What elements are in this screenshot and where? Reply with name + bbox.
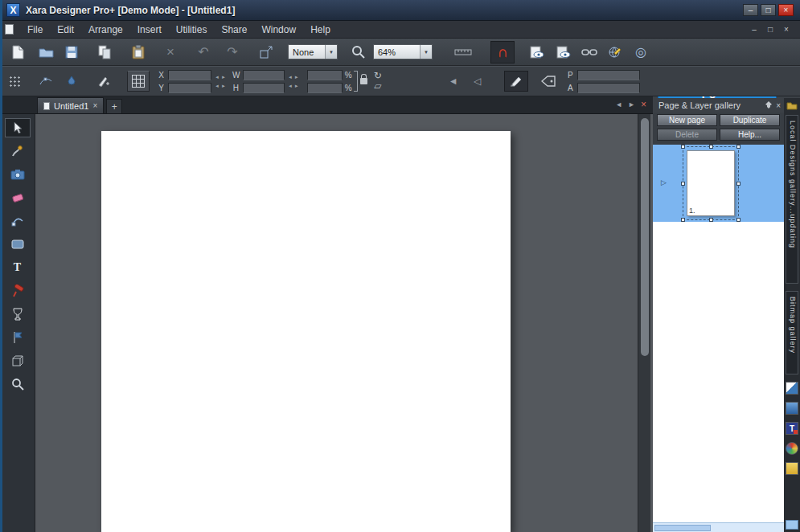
- pen-add-button[interactable]: [96, 75, 109, 88]
- local-designs-gallery-tab[interactable]: Local Designs gallery...updating: [786, 115, 798, 284]
- erase-tool-button[interactable]: [5, 188, 31, 207]
- help-button[interactable]: Help...: [720, 129, 780, 141]
- rectangle-tool-button[interactable]: [5, 235, 31, 254]
- delete-page-button[interactable]: Delete: [657, 129, 717, 141]
- width-input[interactable]: [243, 70, 285, 80]
- freehand-tool-button[interactable]: [5, 141, 31, 161]
- p-input[interactable]: [577, 70, 640, 80]
- nudge-right-icon[interactable]: ►: [221, 84, 228, 88]
- bitmap-gallery-tab[interactable]: Bitmap gallery: [786, 291, 798, 374]
- page-list-item[interactable]: ▷ 1.: [653, 145, 784, 222]
- undo-button[interactable]: ↶: [194, 43, 213, 62]
- vertical-scrollbar[interactable]: [638, 114, 650, 532]
- lock-aspect-icon[interactable]: [360, 78, 367, 84]
- new-tab-button[interactable]: +: [106, 99, 122, 113]
- minimize-button[interactable]: –: [743, 4, 758, 16]
- copy-button[interactable]: [95, 43, 114, 62]
- fill-gallery-icon[interactable]: [786, 402, 798, 415]
- flip-vertical-button[interactable]: ◁: [469, 73, 486, 89]
- document-page[interactable]: [101, 131, 511, 532]
- delete-button[interactable]: ×: [161, 43, 180, 62]
- names-tag-button[interactable]: [539, 72, 557, 90]
- fill-tool-button[interactable]: [5, 281, 31, 301]
- gallery-hscroll-thumb[interactable]: [654, 525, 711, 531]
- position-nudge[interactable]: ◄► ◄►: [215, 75, 228, 88]
- menu-arrange[interactable]: Arrange: [81, 23, 130, 37]
- duplicate-button[interactable]: Duplicate: [720, 114, 780, 126]
- new-document-button[interactable]: [8, 43, 27, 62]
- curve-edit-button[interactable]: [39, 75, 52, 88]
- save-button[interactable]: [62, 43, 81, 62]
- nudge-right-icon[interactable]: ►: [294, 75, 301, 80]
- text-tool-button[interactable]: T: [5, 258, 31, 277]
- a-input[interactable]: [577, 83, 640, 93]
- zoom-tool-button[interactable]: [349, 43, 368, 62]
- zoom-canvas-tool-button[interactable]: [5, 374, 31, 394]
- canvas-area[interactable]: [35, 114, 653, 532]
- gallery-close-icon[interactable]: ×: [776, 101, 781, 110]
- doc-close-button[interactable]: ×: [781, 25, 792, 34]
- scale-height-input[interactable]: [307, 83, 343, 93]
- close-button[interactable]: ×: [778, 4, 794, 16]
- expand-triangle-icon[interactable]: ▷: [661, 178, 667, 186]
- transform-button[interactable]: [256, 43, 276, 62]
- hyperlink-button[interactable]: [580, 43, 599, 62]
- size-nudge[interactable]: ◄► ◄►: [288, 75, 301, 88]
- nudge-left-icon[interactable]: ◄: [215, 84, 221, 88]
- shadow-tool-button[interactable]: [5, 328, 31, 347]
- tab-next-button[interactable]: ►: [628, 100, 635, 108]
- snap-magnet-button[interactable]: ∩: [490, 41, 515, 63]
- extrude-tool-button[interactable]: [5, 351, 31, 370]
- redo-button[interactable]: ↷: [223, 43, 242, 62]
- menu-insert[interactable]: Insert: [130, 23, 169, 37]
- doc-minimize-button[interactable]: –: [749, 25, 760, 34]
- fill-color-button[interactable]: [65, 75, 78, 88]
- transparency-tool-button[interactable]: [5, 305, 31, 324]
- vertical-scrollbar-thumb[interactable]: [641, 118, 649, 356]
- menu-help[interactable]: Help: [303, 23, 338, 37]
- nudge-right-icon[interactable]: ►: [221, 75, 228, 80]
- tab-prev-button[interactable]: ◄: [615, 100, 622, 108]
- live-effects-button[interactable]: ◎: [631, 43, 650, 62]
- doc-restore-button[interactable]: □: [765, 25, 776, 34]
- y-input[interactable]: [168, 83, 211, 93]
- flip-horizontal-button[interactable]: ◄: [445, 73, 462, 89]
- preview-browser-button[interactable]: [554, 43, 573, 62]
- zoom-level-dropdown[interactable]: 64% ▼: [373, 44, 433, 59]
- ruler-button[interactable]: [453, 43, 473, 62]
- stroke-preset-dropdown[interactable]: None ▼: [288, 44, 338, 59]
- page-thumbnail[interactable]: 1.: [687, 150, 735, 216]
- scale-width-input[interactable]: [307, 70, 343, 80]
- maximize-button[interactable]: □: [761, 4, 776, 16]
- tabbar-close-button[interactable]: ×: [641, 99, 646, 110]
- nudge-right-icon[interactable]: ►: [294, 84, 301, 88]
- tab-close-icon[interactable]: ×: [92, 101, 97, 110]
- shape-editor-tool-button[interactable]: [5, 211, 31, 231]
- edit-website-button[interactable]: [605, 43, 625, 62]
- x-input[interactable]: [168, 70, 211, 80]
- menu-share[interactable]: Share: [214, 23, 254, 37]
- galleries-folder-icon[interactable]: [786, 101, 798, 110]
- snap-to-objects-button[interactable]: [504, 71, 528, 92]
- grid-dots-button[interactable]: [8, 75, 21, 88]
- strip-scroll-button[interactable]: [786, 520, 798, 530]
- skew-icon[interactable]: ▱: [374, 81, 381, 92]
- nudge-left-icon[interactable]: ◄: [215, 75, 221, 80]
- gallery-horizontal-scrollbar[interactable]: [653, 522, 784, 532]
- new-page-button[interactable]: New page: [657, 114, 717, 126]
- selector-tool-button[interactable]: [5, 118, 31, 137]
- nudge-left-icon[interactable]: ◄: [288, 84, 294, 88]
- height-input[interactable]: [243, 83, 285, 93]
- tab-untitled1[interactable]: Untitled1 ×: [37, 97, 104, 113]
- menu-window[interactable]: Window: [254, 23, 303, 37]
- clipart-gallery-icon[interactable]: [786, 462, 798, 475]
- photo-tool-button[interactable]: [5, 165, 31, 184]
- menu-file[interactable]: File: [20, 23, 50, 37]
- pin-icon[interactable]: [765, 101, 773, 109]
- menu-utilities[interactable]: Utilities: [169, 23, 215, 37]
- paste-button[interactable]: [129, 43, 148, 62]
- color-gallery-icon[interactable]: [786, 442, 798, 455]
- menu-edit[interactable]: Edit: [50, 23, 81, 37]
- open-button[interactable]: [36, 43, 55, 62]
- nudge-left-icon[interactable]: ◄: [288, 75, 294, 80]
